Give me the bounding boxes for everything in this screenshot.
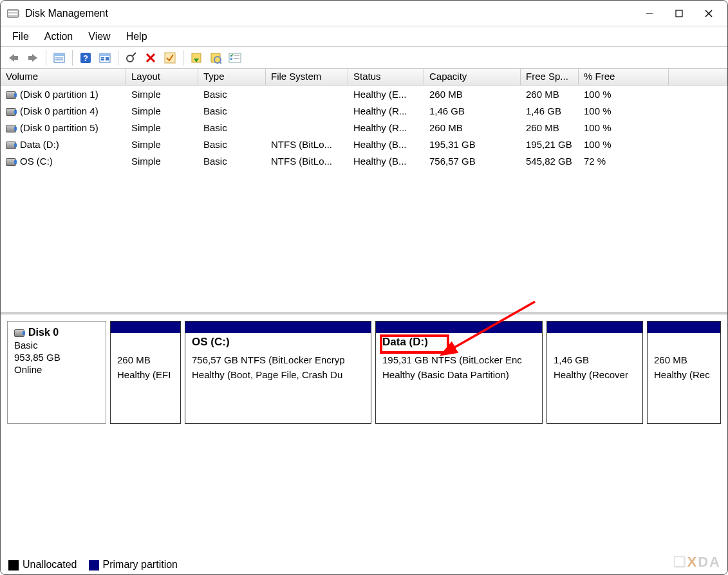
- volume-icon: [6, 108, 16, 116]
- partition-line1: 756,57 GB NTFS (BitLocker Encryp: [192, 352, 364, 367]
- window-title: Disk Management: [25, 8, 635, 19]
- partition-line1: 195,31 GB NTFS (BitLocker Enc: [382, 352, 536, 367]
- cell-volume: (Disk 0 partition 4): [1, 104, 126, 118]
- toolbar-separator: [72, 50, 73, 66]
- partition-block[interactable]: Data (D:)195,31 GB NTFS (BitLocker EncHe…: [375, 321, 543, 424]
- titlebar: Disk Management: [1, 1, 727, 26]
- disk-graphic-pane: Disk 0 Basic 953,85 GB Online 260 MBHeal…: [1, 315, 727, 531]
- col-status[interactable]: Status: [348, 69, 424, 85]
- settings-icon[interactable]: [207, 49, 225, 67]
- volume-columns-header: Volume Layout Type File System Status Ca…: [1, 69, 727, 86]
- cell-status: Healthy (R...: [348, 104, 424, 118]
- volume-rows: (Disk 0 partition 1)SimpleBasicHealthy (…: [1, 86, 727, 169]
- svg-rect-1: [8, 11, 17, 12]
- partition-block[interactable]: OS (C:)756,57 GB NTFS (BitLocker EncrypH…: [185, 321, 371, 424]
- disk-label-box[interactable]: Disk 0 Basic 953,85 GB Online: [7, 321, 106, 424]
- svg-rect-20: [101, 59, 104, 60]
- cell-layout: Simple: [126, 87, 198, 101]
- col-pctfree[interactable]: % Free: [579, 69, 669, 85]
- new-icon[interactable]: [187, 49, 205, 67]
- back-icon[interactable]: [5, 49, 23, 67]
- cell-type: Basic: [198, 138, 266, 151]
- volume-list-pane: Volume Layout Type File System Status Ca…: [1, 69, 727, 315]
- cell-volume: Data (D:): [1, 138, 126, 151]
- watermark: ❑XXDADA: [673, 554, 721, 570]
- svg-point-22: [127, 55, 133, 62]
- svg-rect-18: [100, 53, 110, 56]
- close-button[interactable]: [694, 1, 723, 26]
- volume-row[interactable]: Data (D:)SimpleBasicNTFS (BitLo...Health…: [1, 136, 727, 152]
- cell-status: Healthy (E...: [348, 87, 424, 101]
- legend: Unallocated Primary partition: [8, 559, 178, 570]
- cell-capacity: 260 MB: [424, 87, 521, 101]
- legend-unallocated: Unallocated: [8, 559, 77, 570]
- partition-body: 1,46 GBHealthy (Recover: [547, 333, 642, 387]
- partition-name: Data (D:): [382, 336, 428, 349]
- properties-icon[interactable]: [96, 49, 114, 67]
- cell-fs: [266, 126, 348, 129]
- cell-layout: Simple: [126, 121, 198, 134]
- svg-marker-7: [9, 54, 14, 62]
- app-icon: [7, 8, 20, 19]
- partition-block[interactable]: 260 MBHealthy (EFI: [110, 321, 181, 424]
- minimize-button[interactable]: [635, 1, 664, 26]
- cell-layout: Simple: [126, 154, 198, 168]
- svg-rect-21: [106, 57, 109, 60]
- partition-stripe: [111, 322, 180, 333]
- partition-body: 260 MBHealthy (Rec: [648, 333, 720, 387]
- col-layout[interactable]: Layout: [126, 69, 198, 85]
- partition-block[interactable]: 1,46 GBHealthy (Recover: [546, 321, 643, 424]
- partition-line2: Healthy (Boot, Page File, Crash Du: [192, 367, 364, 382]
- volume-row[interactable]: OS (C:)SimpleBasicNTFS (BitLo...Healthy …: [1, 152, 727, 169]
- cell-status: Healthy (B...: [348, 138, 424, 151]
- cell-capacity: 1,46 GB: [424, 104, 521, 118]
- partition-block[interactable]: 260 MBHealthy (Rec: [647, 321, 721, 424]
- menu-file[interactable]: File: [6, 28, 35, 45]
- legend-primary: Primary partition: [89, 559, 178, 570]
- disk-name: Disk 0: [28, 327, 59, 338]
- svg-line-31: [219, 62, 221, 64]
- volume-icon: [6, 125, 16, 132]
- col-freespace[interactable]: Free Sp...: [521, 69, 579, 85]
- checkmark-icon[interactable]: [161, 49, 179, 67]
- list-icon[interactable]: [226, 49, 244, 67]
- refresh-icon[interactable]: [122, 49, 140, 67]
- partition-name: OS (C:): [192, 336, 230, 349]
- cell-fs: NTFS (BitLo...: [266, 138, 348, 151]
- cell-volume: OS (C:): [1, 154, 126, 168]
- disk-icon: [14, 329, 24, 337]
- svg-rect-8: [14, 56, 18, 60]
- partition-stripe: [376, 322, 542, 333]
- cell-capacity: 756,57 GB: [424, 154, 521, 168]
- disk-strip: Disk 0 Basic 953,85 GB Online 260 MBHeal…: [7, 321, 721, 424]
- volume-row[interactable]: (Disk 0 partition 1)SimpleBasicHealthy (…: [1, 86, 727, 102]
- col-type[interactable]: Type: [198, 69, 266, 85]
- volume-row[interactable]: (Disk 0 partition 4)SimpleBasicHealthy (…: [1, 102, 727, 119]
- disk-status: Online: [14, 364, 99, 375]
- cell-free: 545,82 GB: [521, 154, 579, 168]
- col-filesystem[interactable]: File System: [266, 69, 348, 85]
- disk-type: Basic: [14, 340, 99, 351]
- partition-line1: 1,46 GB: [554, 352, 636, 367]
- menu-view[interactable]: View: [82, 28, 117, 45]
- svg-rect-4: [676, 10, 682, 17]
- svg-rect-10: [28, 56, 33, 60]
- col-capacity[interactable]: Capacity: [424, 69, 521, 85]
- col-volume[interactable]: Volume: [1, 69, 126, 85]
- menu-action[interactable]: Action: [38, 28, 79, 45]
- cell-type: Basic: [198, 121, 266, 134]
- maximize-button[interactable]: [664, 1, 694, 26]
- toolbar: ?: [1, 47, 727, 69]
- partition-stripe: [185, 322, 371, 333]
- volume-row[interactable]: (Disk 0 partition 5)SimpleBasicHealthy (…: [1, 119, 727, 136]
- toolbar-separator: [183, 50, 183, 66]
- svg-rect-19: [101, 57, 104, 59]
- show-hide-tree-icon[interactable]: [50, 49, 68, 67]
- menu-help[interactable]: Help: [120, 28, 154, 45]
- cell-fs: [266, 93, 348, 95]
- cell-free: 260 MB: [521, 121, 579, 134]
- cell-pct: 100 %: [579, 138, 669, 151]
- help-icon[interactable]: ?: [77, 49, 95, 67]
- forward-icon[interactable]: [24, 49, 42, 67]
- delete-icon[interactable]: [142, 49, 160, 67]
